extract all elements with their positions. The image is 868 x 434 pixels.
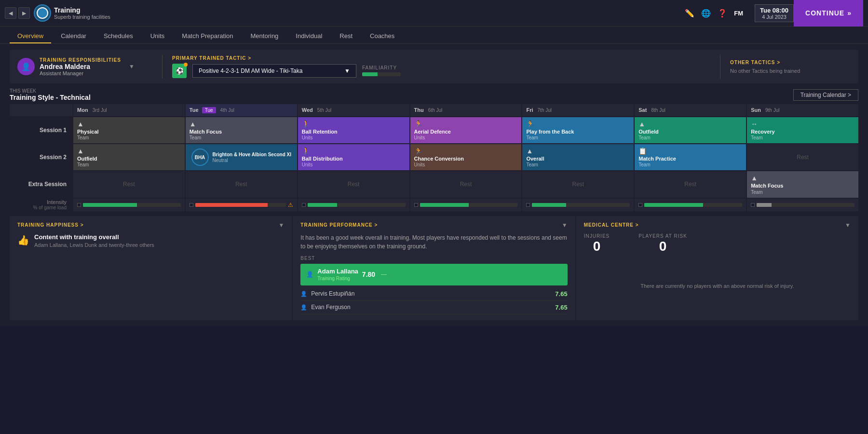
tab-overview[interactable]: Overview [10,29,51,43]
tab-units[interactable]: Units [143,29,173,43]
best-player-rating: 7.80 [362,271,375,278]
edit-icon[interactable]: ✏️ [685,9,694,18]
intensity-bar [195,203,286,207]
primary-tactic-label[interactable]: Primary Trained Tactic > [172,55,710,61]
session1-thu[interactable]: 🏃 Aerial Defence Units [410,117,522,143]
player-name-2: Evan Ferguson [311,304,551,311]
session1-tue[interactable]: ▲ Match Focus Team [186,117,297,143]
session1-wed[interactable]: 🚶 Ball Retention Units [298,117,409,143]
session-icon: 🚶 [302,120,406,128]
extra-sun[interactable]: ▲ Match Focus Team [747,171,858,197]
session2-mon[interactable]: ▲ Outfield Team [73,144,185,170]
player-row-2: 👤 Evan Ferguson 7.65 [300,301,567,314]
tab-match-preparation[interactable]: Match Preparation [174,29,241,43]
match-logo: BHA [191,149,209,166]
info-icon[interactable]: 🌐 [701,9,711,18]
best-player-row[interactable]: 👤 Adam Lallana Training Rating 7.80 — [300,264,567,285]
best-player-info: Adam Lallana Training Rating [317,268,358,282]
training-calendar-button[interactable]: Training Calendar > [793,89,858,101]
tab-coaches[interactable]: Coaches [362,29,402,43]
tab-schedules[interactable]: Schedules [96,29,141,43]
bottom-panels: Training Happiness > ▼ 👍 Content with tr… [10,216,858,320]
injuries-value: 0 [584,239,610,254]
this-week-info: This Week Training Style - Technical [10,88,91,101]
tactic-icon: ⚽ [172,64,187,78]
intensity-fri [522,199,634,211]
session2-sat[interactable]: 📋 Match Practice Team [635,144,746,170]
injuries-label: Injuries [584,233,610,239]
player-row-1: 👤 Pervis Estupiñán 7.65 [300,287,567,301]
training-happiness-title[interactable]: Training Happiness > [17,222,84,228]
player-rating-1: 7.65 [555,290,567,298]
club-name: Training [54,6,110,14]
session2-thu[interactable]: 🏃 Chance Conversion Units [410,144,522,170]
other-tactics-section: Other Tactics > No other Tactics being t… [730,60,851,74]
familiarity-bar [362,72,401,76]
tactic-dropdown-arrow-icon: ▼ [344,68,350,74]
intensity-bar [308,203,406,207]
datetime-date: 4 Jul 2023 [760,14,788,20]
intensity-indicator [751,203,755,207]
match-info: Brighton & Hove Albion Second XI Neutral [213,152,292,163]
other-tactics-label[interactable]: Other Tactics > [730,60,851,65]
tab-individual[interactable]: Individual [288,29,330,43]
intensity-indicator [526,203,530,207]
intensity-wed [298,199,409,211]
performance-collapse-icon[interactable]: ▼ [562,222,568,229]
nav-back-button[interactable]: ◀ [5,7,16,19]
session2-wed[interactable]: 🚶 Ball Distribution Units [298,144,409,170]
intensity-bar [420,203,518,207]
medical-stats: Injuries 0 Players At Risk 0 [584,233,851,254]
tab-calendar[interactable]: Calendar [53,29,94,43]
responsibilities-dropdown-icon[interactable]: ▼ [129,63,135,70]
session-icon: ▲ [638,120,742,128]
happiness-collapse-icon[interactable]: ▼ [278,222,284,229]
tactic-dropdown[interactable]: Positive 4-2-3-1 DM AM Wide - Tiki-Taka … [192,64,356,78]
no-injury-text: There are currently no players with an a… [584,283,851,289]
training-responsibilities-section: 👤 Training Responsibilities Andrea Malde… [17,57,152,76]
intensity-indicator [77,203,81,207]
rest-label: Rest [797,154,809,161]
intensity-thu [410,199,522,211]
extra-sat: Rest [635,171,746,197]
help-icon[interactable]: ❓ [718,9,727,18]
training-performance-title[interactable]: Training Performance > [300,222,378,228]
panel-header: Medical Centre > ▼ [584,222,851,229]
injuries-stat: Injuries 0 [584,233,610,254]
session1-sun[interactable]: ↔ Recovery Team [747,117,858,143]
best-player-rating-row: Training Rating [317,275,358,282]
club-logo [34,4,51,22]
intensity-indicator [190,203,193,207]
medical-collapse-icon[interactable]: ▼ [845,222,851,229]
tab-rest[interactable]: Rest [332,29,360,43]
manager-role: Assistant Manager [40,70,121,76]
best-player-name: Adam Lallana [317,268,358,275]
continue-button[interactable]: CONTINUE » [794,0,863,27]
training-header: 👤 Training Responsibilities Andrea Malde… [10,50,858,83]
happiness-status: Content with training overall [34,233,154,241]
nav-forward-button[interactable]: ▶ [18,7,30,19]
top-bar: ◀ ▶ Training Superb training facilities … [0,0,868,27]
session-icon: ▲ [526,147,630,155]
session1-mon[interactable]: ▲ Physical Team [73,117,185,143]
manager-info: Training Responsibilities Andrea Maldera… [40,57,121,76]
session-icon: ▲ [751,174,854,182]
today-badge: Tue [202,107,216,113]
session1-sat[interactable]: ▲ Outfield Team [635,117,746,143]
session2-tue[interactable]: BHA Brighton & Hove Albion Second XI Neu… [186,144,297,170]
intensity-bar [532,203,630,207]
tab-mentoring[interactable]: Mentoring [243,29,286,43]
day-header-sun: Sun 9th Jul [747,104,858,116]
medical-centre-title[interactable]: Medical Centre > [584,222,639,228]
day-header-wed: Wed 5th Jul [298,104,409,116]
session-icon: 🚶 [302,147,406,155]
best-player-trend: — [381,271,387,278]
session-icon: ▲ [77,147,181,155]
intensity-bar [644,203,742,207]
extra-fri: Rest [522,171,634,197]
performance-text: It has been a good week overall in train… [300,233,567,251]
session1-fri[interactable]: 🏃 Play from the Back Team [522,117,634,143]
session2-fri[interactable]: ▲ Overall Team [522,144,634,170]
intensity-row: Intensity % of game load ⚠ [10,199,858,211]
familiarity-section: Familiarity [362,65,401,76]
